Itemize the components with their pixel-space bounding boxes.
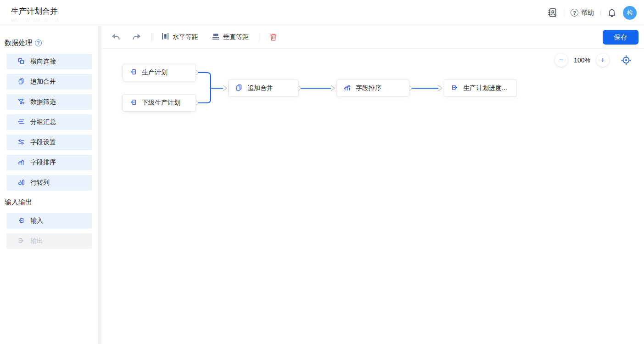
help-icon: ? (571, 9, 578, 17)
sidebar-item-label: 追加合并 (30, 78, 56, 86)
sidebar-item-row-to-column[interactable]: 行转列 (6, 175, 92, 191)
sidebar-item-label: 数据筛选 (30, 98, 56, 106)
top-header: 生产计划合并 ? 帮助 (0, 0, 644, 25)
row-to-column-icon (17, 179, 25, 187)
section-help-icon[interactable]: ? (35, 39, 42, 46)
field-sort-icon (343, 84, 351, 93)
sidebar-item-label: 输出 (30, 237, 43, 245)
horizontal-join-icon (17, 57, 25, 66)
flow-node-field-sort[interactable]: 字段排序 (336, 79, 409, 97)
sidebar-item-data-filter[interactable]: 数据筛选 (6, 94, 92, 110)
distribute-vertical-label: 垂直等距 (223, 33, 249, 41)
sidebar-item-field-settings[interactable]: 字段设置 (6, 135, 92, 150)
sidebar-item-label: 输入 (30, 217, 43, 225)
canvas-toolbar: 水平等距 垂直等距 (101, 26, 644, 49)
contacts-icon[interactable] (548, 8, 557, 17)
flow-canvas[interactable]: 生产计划 下级生产计划 (101, 49, 644, 344)
sidebar-item-horizontal-join[interactable]: 横向连接 (6, 54, 92, 69)
output-icon (451, 84, 459, 93)
locate-icon[interactable] (621, 55, 632, 66)
output-icon (17, 237, 25, 246)
zoom-in-button[interactable]: + (596, 54, 609, 67)
main-area: 水平等距 垂直等距 (101, 26, 644, 344)
flow-node-input-1[interactable]: 生产计划 (123, 64, 196, 81)
body: 数据处理 ? 横向连接 追加 (0, 26, 644, 344)
append-merge-icon (17, 78, 25, 86)
node-label: 生产计划 (142, 68, 168, 77)
toolbar-divider (259, 33, 259, 41)
sidebar-item-group-summary[interactable]: 分组汇总 (6, 114, 92, 130)
distribute-vertical-button[interactable]: 垂直等距 (212, 33, 249, 41)
field-sort-icon (17, 158, 25, 167)
node-label: 字段排序 (356, 84, 381, 92)
page-title[interactable]: 生产计划合并 (11, 6, 58, 19)
input-icon (129, 98, 137, 107)
sidebar-item-field-sort[interactable]: 字段排序 (6, 155, 92, 170)
sidebar-item-label: 字段设置 (30, 138, 56, 147)
field-settings-icon (17, 138, 25, 147)
zoom-controls: − 100% + (555, 54, 632, 67)
avatar[interactable]: 检 (623, 6, 637, 20)
zoom-out-button[interactable]: − (555, 54, 568, 67)
header-divider (600, 9, 601, 17)
node-label: 追加合并 (247, 84, 273, 92)
flow-node-output[interactable]: 生产计划进度... (444, 79, 517, 97)
delete-icon[interactable] (269, 33, 277, 41)
redo-icon[interactable] (132, 34, 141, 40)
flow-node-input-2[interactable]: 下级生产计划 (123, 94, 196, 112)
group-summary-icon (17, 118, 25, 127)
node-label: 生产计划进度... (463, 84, 507, 92)
io-section-title: 输入输出 (5, 198, 92, 207)
input-icon (129, 68, 137, 77)
filter-icon (17, 98, 25, 107)
header-divider (564, 9, 564, 17)
sidebar-main-divider (98, 26, 101, 344)
append-merge-icon (235, 84, 243, 93)
help-label: 帮助 (581, 9, 594, 17)
sidebar-item-label: 横向连接 (30, 57, 56, 66)
sidebar-item-label: 字段排序 (30, 158, 56, 167)
undo-icon[interactable] (112, 34, 120, 40)
distribute-horizontal-button[interactable]: 水平等距 (162, 33, 198, 41)
sidebar-item-append-merge[interactable]: 追加合并 (6, 74, 92, 90)
app-window: 生产计划合并 ? 帮助 (0, 0, 644, 344)
save-button[interactable]: 保存 (603, 30, 638, 45)
sidebar: 数据处理 ? 横向连接 追加 (0, 26, 98, 344)
distribute-vertical-icon (212, 33, 219, 41)
zoom-level: 100% (568, 56, 596, 64)
toolbar-divider (151, 33, 151, 41)
bell-icon[interactable] (607, 8, 616, 17)
flow-node-append-merge[interactable]: 追加合并 (228, 79, 298, 97)
data-process-section-title: 数据处理 ? (5, 39, 92, 47)
help-button[interactable]: ? 帮助 (571, 9, 594, 17)
input-icon (17, 217, 25, 226)
header-actions: ? 帮助 检 (548, 0, 637, 25)
distribute-horizontal-icon (162, 33, 169, 41)
sidebar-item-output: 输出 (6, 233, 92, 249)
data-process-label: 数据处理 (5, 39, 32, 47)
distribute-horizontal-label: 水平等距 (173, 33, 198, 41)
sidebar-item-label: 分组汇总 (30, 118, 56, 126)
sidebar-item-label: 行转列 (30, 179, 50, 187)
sidebar-item-input[interactable]: 输入 (6, 213, 92, 229)
node-label: 下级生产计划 (142, 99, 180, 107)
